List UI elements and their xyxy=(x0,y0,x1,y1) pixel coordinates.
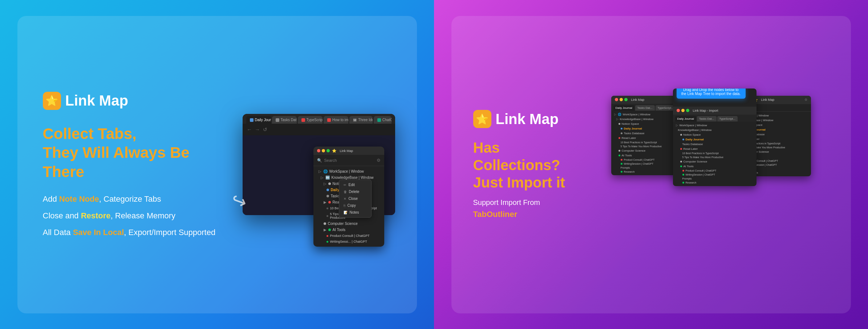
ws-icon: 🌐 xyxy=(618,113,621,116)
feature1-rest: , Categorize Tabs xyxy=(99,194,161,203)
dot-icon xyxy=(621,132,622,134)
popup-search-input[interactable] xyxy=(324,158,374,163)
traffic-lights xyxy=(317,149,330,152)
feature3: All Data Save In Local, Export/Import Su… xyxy=(43,228,221,237)
tl-green[interactable] xyxy=(624,98,628,101)
browser-tab-typescript[interactable]: TypeScript ... xyxy=(298,116,323,124)
close-icon: ✕ xyxy=(344,197,346,201)
pw1-tab1[interactable]: Daily Journal xyxy=(613,105,634,111)
pw1-tab2[interactable]: Tasks Dat... xyxy=(635,105,655,111)
browser-tab-three[interactable]: M Three Ide... xyxy=(349,116,373,124)
gear-icon[interactable]: ⚙ xyxy=(377,158,381,163)
left-app-title: Link Map xyxy=(65,92,128,109)
forward-button[interactable]: → xyxy=(255,127,260,132)
feature1: Add Note Node, Categorize Tabs xyxy=(43,194,221,204)
pw2-item-label: 10 Best Practices in TypesScript xyxy=(682,152,719,155)
ctx-edit[interactable]: ✏ Edit xyxy=(339,181,371,188)
ctx-close[interactable]: ✕ Close xyxy=(339,195,371,202)
back-button[interactable]: ← xyxy=(247,127,252,132)
browser-tab-howto[interactable]: How to imp... xyxy=(324,116,348,124)
dot-icon xyxy=(621,128,622,129)
pw2-titlebar: Link Map - Import xyxy=(673,107,757,115)
tl-yellow[interactable] xyxy=(681,109,685,112)
left-app-header: ⭐ Link Map xyxy=(43,92,221,110)
ctx-label: Delete xyxy=(349,190,360,194)
notes-icon: 📝 xyxy=(344,211,348,214)
tab-favicon xyxy=(301,118,305,122)
pw2-item-label: WritingSession | ChatGPT xyxy=(686,173,715,176)
expand-icon: ▷ xyxy=(616,118,618,121)
pw2-title: Link Map - Import xyxy=(693,109,718,112)
pw2-item-ai: AI Tools xyxy=(673,164,757,169)
tree-item-label: WorkSpace | Window xyxy=(329,169,364,173)
dot-icon xyxy=(328,229,331,231)
ctx-label: Copy xyxy=(348,203,356,207)
pw2-tab1[interactable]: Daily Journal xyxy=(675,116,696,122)
pw1-item-label: Research xyxy=(624,170,635,173)
popup-titlebar: ⭐ Link Map xyxy=(313,147,384,155)
pw3-gear-icon[interactable]: ⚙ xyxy=(804,98,807,102)
tl-yellow[interactable] xyxy=(620,98,623,101)
workspace-icon: 🌐 xyxy=(323,169,328,173)
left-app-icon: ⭐ xyxy=(43,92,61,110)
pw1-item-label: Computer Science xyxy=(622,149,646,152)
tl-red[interactable] xyxy=(615,98,618,101)
browser-toolbar: ← → ↺ xyxy=(243,124,395,135)
pw2-item-label: Tasks Database xyxy=(682,143,703,146)
support-label: Support Import From xyxy=(473,198,597,207)
dot-icon xyxy=(324,222,326,225)
tl-yellow[interactable] xyxy=(322,149,325,152)
ctx-delete[interactable]: 🗑 Delete xyxy=(339,188,371,195)
pw2-tab3[interactable]: TypeScript... xyxy=(717,116,738,122)
dot-icon xyxy=(326,215,328,217)
dot-icon xyxy=(682,139,684,140)
arrow-icon: ▶ xyxy=(324,200,326,204)
pw2-tab2[interactable]: Tasks Dat... xyxy=(697,116,717,122)
feature2-highlight: Restore xyxy=(81,211,111,220)
right-app-header: ⭐ Link Map xyxy=(473,110,597,128)
pw1-item-label: WritingSession | ChatGPT xyxy=(624,163,653,165)
pw1-item-label: Notion Space xyxy=(622,122,639,126)
kb-icon: 🔤 xyxy=(325,176,330,180)
ctx-label: Close xyxy=(349,197,358,201)
browser-tab-chatg[interactable]: ChatG xyxy=(374,116,392,124)
pw2-item-cs: Computer Science xyxy=(673,159,757,164)
tab-label: TypeScript ... xyxy=(307,118,323,122)
arrow-icon: ▷ xyxy=(319,169,321,173)
pw2-item-label: KnowledgeBase | Window xyxy=(678,128,712,132)
arrow-icon: ▶ xyxy=(324,228,326,232)
tree-item-product-consult: Product Consult | ChatGPT xyxy=(313,233,384,239)
pw1-item-label: 5 Tips To Make You More Productive xyxy=(621,145,662,148)
dot-icon xyxy=(621,171,622,173)
pw1-item-label: AI Tools xyxy=(622,154,632,157)
ctx-copy[interactable]: ⎘ Copy xyxy=(339,202,371,209)
popup-star-icon: ⭐ xyxy=(332,149,336,153)
pw2-item-kb: KnowledgeBase | Window xyxy=(673,128,757,132)
expand-icon: ▷ xyxy=(614,113,616,116)
tab-favicon xyxy=(276,118,279,122)
pw2-item-label: Read Later xyxy=(684,147,698,151)
pw1-item-label: Product Consult | ChatGPT xyxy=(624,159,655,161)
pw2-item-label: WorkSpace | Window xyxy=(680,124,707,127)
browser-tab-daily-journal[interactable]: Daily Journal xyxy=(246,116,271,124)
copy-icon: ⎘ xyxy=(344,204,345,207)
tl-red[interactable] xyxy=(317,149,320,152)
pw2-item-label: Notion Space xyxy=(684,133,701,136)
headline-line2: They Will Always Be There xyxy=(43,143,221,181)
tl-green[interactable] xyxy=(326,149,330,152)
reload-button[interactable]: ↺ xyxy=(263,127,267,132)
pw2-item-label: 5 Tips To Make You More Productive xyxy=(682,156,724,159)
ctx-label: Notes xyxy=(350,210,359,214)
tab-favicon xyxy=(250,118,253,122)
pw2-item-tips: 5 Tips To Make You More Productive xyxy=(673,155,757,159)
feature2-plain: Close and xyxy=(43,211,81,220)
tl-green[interactable] xyxy=(686,109,689,112)
browser-tab-tasks[interactable]: Tasks Data... xyxy=(272,116,297,124)
ctx-notes[interactable]: 📝 Notes xyxy=(339,209,371,216)
pw2-item-label: Daily Journal xyxy=(686,138,704,141)
left-panel: ⭐ Link Map Collect Tabs, They Will Alway… xyxy=(0,0,434,329)
tab-label: Three Ide... xyxy=(358,118,373,122)
pw2-item-label: AI Tools xyxy=(684,165,694,168)
tl-red[interactable] xyxy=(677,109,680,112)
tree-item-writing: WritingSessi... | ChatGPT xyxy=(313,239,384,244)
